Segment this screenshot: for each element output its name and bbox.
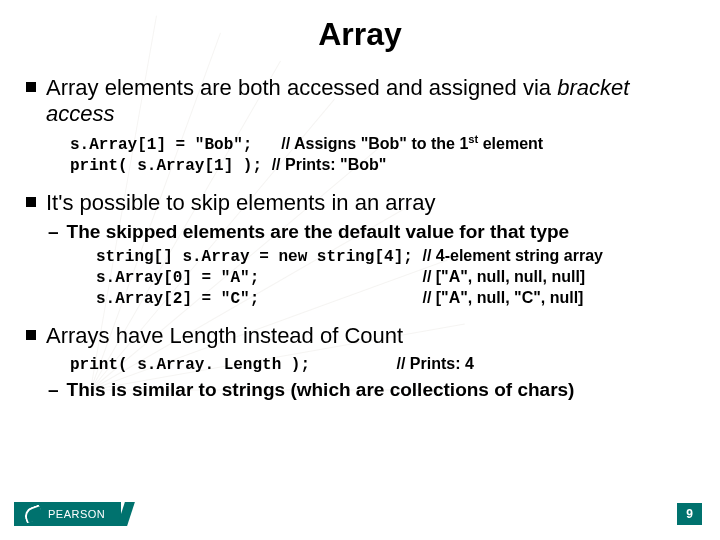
sub-bullet-item: – The skipped elements are the default v… bbox=[48, 221, 694, 310]
bullet-text: It's possible to skip elements in an arr… bbox=[46, 190, 435, 216]
slide-title: Array bbox=[26, 16, 694, 53]
code-line: print( s.Array. Length ); // Prints: 4 bbox=[70, 354, 694, 375]
code-line: s.Array[2] = "C"; // ["A", null, "C", nu… bbox=[96, 288, 694, 309]
bullet-text: Array elements are both accessed and ass… bbox=[46, 75, 694, 128]
code-line: s.Array[0] = "A"; // ["A", null, null, n… bbox=[96, 267, 694, 288]
bullet-text-part: Array elements are both accessed and ass… bbox=[46, 75, 557, 100]
code-comment: // ["A", null, "C", null] bbox=[422, 289, 583, 306]
bullet-item: Array elements are both accessed and ass… bbox=[26, 75, 694, 176]
code-comment: // 4-element string array bbox=[422, 247, 603, 264]
pearson-swoosh-icon bbox=[22, 504, 44, 523]
code-line: string[] s.Array = new string[4]; // 4-e… bbox=[96, 246, 694, 267]
pearson-logo: PEARSON bbox=[14, 502, 121, 526]
sub-bullet-item: – This is similar to strings (which are … bbox=[48, 379, 694, 402]
footer: PEARSON 9 bbox=[0, 502, 720, 526]
code-mono: s.Array[0] = "A"; bbox=[96, 269, 422, 287]
code-mono: s.Array[2] = "C"; bbox=[96, 290, 422, 308]
code-block: string[] s.Array = new string[4]; // 4-e… bbox=[96, 246, 694, 309]
page-number: 9 bbox=[677, 503, 702, 525]
bullet-text: Arrays have Length instead of Count bbox=[46, 323, 403, 349]
sub-bullet-text: This is similar to strings (which are co… bbox=[67, 379, 575, 402]
bullet-list: Array elements are both accessed and ass… bbox=[26, 75, 694, 401]
code-mono: print( s.Array. Length ); bbox=[70, 356, 396, 374]
dash-bullet-icon: – bbox=[48, 221, 59, 244]
slide-container: Array Array elements are both accessed a… bbox=[0, 0, 720, 540]
brand-text: PEARSON bbox=[48, 508, 105, 520]
code-mono: string[] s.Array = new string[4]; bbox=[96, 248, 422, 266]
code-line: s.Array[1] = "Bob"; // Assigns "Bob" to … bbox=[70, 132, 694, 155]
code-comment: // Prints: 4 bbox=[396, 355, 473, 372]
code-comment: // Assigns "Bob" to the 1st element bbox=[281, 135, 543, 152]
code-line: print( s.Array[1] ); // Prints: "Bob" bbox=[70, 155, 694, 176]
bullet-item: It's possible to skip elements in an arr… bbox=[26, 190, 694, 309]
code-block: s.Array[1] = "Bob"; // Assigns "Bob" to … bbox=[70, 132, 694, 176]
sub-bullet-list: – The skipped elements are the default v… bbox=[48, 221, 694, 310]
sub-bullet-text: The skipped elements are the default val… bbox=[67, 221, 570, 244]
code-mono: s.Array[1] = "Bob"; bbox=[70, 136, 281, 154]
square-bullet-icon bbox=[26, 197, 36, 207]
code-mono: print( s.Array[1] ); bbox=[70, 157, 272, 175]
bullet-item: Arrays have Length instead of Count prin… bbox=[26, 323, 694, 401]
dash-bullet-icon: – bbox=[48, 379, 59, 402]
code-comment: // Prints: "Bob" bbox=[272, 156, 387, 173]
sub-bullet-list: – This is similar to strings (which are … bbox=[48, 379, 694, 402]
square-bullet-icon bbox=[26, 330, 36, 340]
square-bullet-icon bbox=[26, 82, 36, 92]
code-comment: // ["A", null, null, null] bbox=[422, 268, 585, 285]
code-block: print( s.Array. Length ); // Prints: 4 bbox=[70, 354, 694, 375]
